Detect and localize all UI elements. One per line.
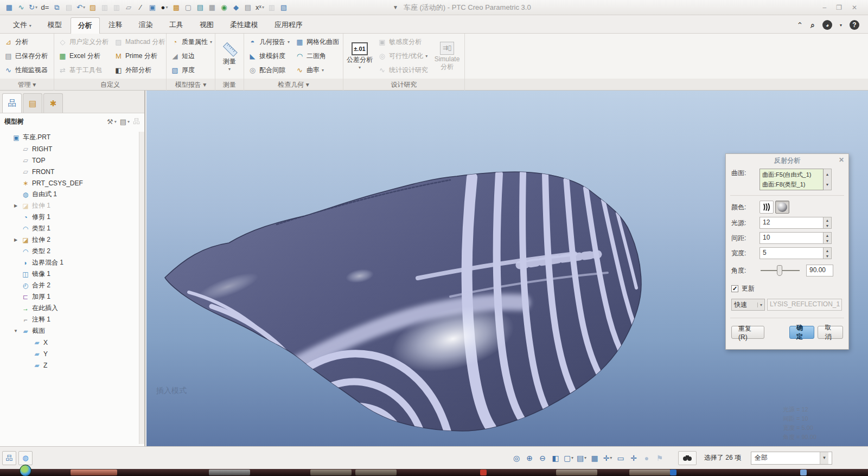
tolerance-analysis-button[interactable]: ±.01 公差分析 ▾ xyxy=(344,35,375,78)
tree-show-icon[interactable]: 品 xyxy=(133,117,140,126)
axis-icon[interactable]: ∕▾ xyxy=(135,2,146,14)
tree-item[interactable]: ◠ 类型 1 xyxy=(0,223,139,234)
tree-item[interactable]: ◔ 修剪 1 xyxy=(0,211,139,223)
datum-display-icon[interactable]: ✛▾ xyxy=(602,452,614,465)
search-icon[interactable]: ⌕ xyxy=(810,21,815,30)
cancel-button[interactable]: 取消 xyxy=(818,326,843,339)
tab-analysis[interactable]: 分析 xyxy=(71,17,100,34)
shade-sphere-icon[interactable]: ●▾ xyxy=(159,2,170,14)
sketch-icon[interactable]: ▤▾ xyxy=(195,2,206,14)
tree-item[interactable]: ▰ Y xyxy=(0,348,139,359)
tree-item[interactable]: ∗ PRT_CSYS_DEF xyxy=(0,177,139,189)
measure-button[interactable]: 测量▾ xyxy=(216,35,242,78)
tree-item[interactable]: ▣ 车座.PRT xyxy=(0,132,139,143)
windows-taskbar[interactable] xyxy=(0,469,868,476)
group-label-model-report[interactable]: 模型报告 ▾ xyxy=(167,79,215,91)
taskbar-app[interactable] xyxy=(310,469,352,475)
zoom-in-icon[interactable]: ⊕▾ xyxy=(524,452,535,465)
undo-icon[interactable]: ↶▾ xyxy=(75,2,86,14)
windows-start-orb[interactable] xyxy=(20,465,31,476)
sphere-icon[interactable]: ◉▾ xyxy=(219,2,229,14)
tree-scrollbar[interactable] xyxy=(139,132,144,444)
tree-item[interactable]: ◫ 镜像 1 xyxy=(0,268,139,280)
folder-browser-tab[interactable]: ▤ xyxy=(23,93,42,113)
taskbar-app[interactable] xyxy=(629,469,671,475)
table-icon[interactable]: ▦▾ xyxy=(207,2,218,14)
tree-item[interactable]: ▰ X xyxy=(0,337,139,348)
taskbar-app[interactable] xyxy=(355,469,397,475)
tab-flexible-modeling[interactable]: 柔性建模 xyxy=(222,17,266,33)
tab-render[interactable]: 渲染 xyxy=(131,17,161,33)
tab-view[interactable]: 视图 xyxy=(192,17,221,33)
plane-icon[interactable]: ▱▾ xyxy=(123,2,134,14)
close-button[interactable]: ✕ xyxy=(852,4,857,11)
save-icon[interactable]: ▥▾ xyxy=(99,2,110,14)
parameters-icon[interactable]: xˣ▾ xyxy=(254,2,265,14)
dialog-close-icon[interactable]: ✕ xyxy=(839,156,844,164)
tree-item[interactable]: ▼ ▰ 截面 xyxy=(0,325,139,337)
taskbar-app[interactable] xyxy=(209,469,250,475)
minimize-button[interactable]: – xyxy=(822,4,826,11)
ok-button[interactable]: 确定 xyxy=(789,326,815,339)
light-input[interactable]: 12 xyxy=(760,217,824,229)
tree-item[interactable]: ▱ RIGHT xyxy=(0,143,139,155)
new-sheet-icon[interactable]: ▢▾ xyxy=(183,2,194,14)
surface-list[interactable]: 曲面:F5(自由式_1) 曲面:F8(类型_1) xyxy=(760,169,824,190)
save-disabled-icon[interactable]: ▥▾ xyxy=(266,2,277,14)
tree-item[interactable]: ◍ 自由式 1 xyxy=(0,189,139,200)
spline-select-icon[interactable]: ∿▾ xyxy=(16,2,27,14)
analysis-name-input[interactable]: LYSIS_REFLECTION_1 xyxy=(767,299,842,311)
group-label-inspect-geometry[interactable]: 检查几何 ▾ xyxy=(244,79,343,91)
quick-combo[interactable]: 快速▾ xyxy=(731,299,765,311)
selection-filter-combo[interactable]: 全部▼ xyxy=(751,452,832,465)
tree-item[interactable]: ▱ FRONT xyxy=(0,166,139,177)
help-icon[interactable]: ? xyxy=(850,20,859,30)
tree-settings-icon[interactable]: ▤▾ xyxy=(120,118,130,126)
tree-item[interactable]: ▶ ◪ 拉伸 2 xyxy=(0,234,139,246)
tab-tools[interactable]: 工具 xyxy=(162,17,191,33)
tree-item[interactable]: ◴ 合并 2 xyxy=(0,280,139,291)
spin-center-icon[interactable]: ✛▾ xyxy=(628,452,640,465)
regenerate-icon[interactable]: ↻▾ xyxy=(28,2,39,14)
taskbar-tray-icon[interactable] xyxy=(670,469,676,475)
window-pulldown-icon[interactable]: ▼ xyxy=(393,4,398,10)
refit-icon[interactable]: ◎▾ xyxy=(510,452,522,465)
save-as-icon[interactable]: ▥▾ xyxy=(111,2,122,14)
csys-icon[interactable]: ▣▾ xyxy=(147,2,158,14)
light-spinner[interactable]: ▲▼ xyxy=(824,217,832,229)
tree-item[interactable]: ▰ Z xyxy=(0,359,139,371)
sphere-mode-button[interactable] xyxy=(775,201,789,214)
tree-item[interactable]: ◗ 边界混合 1 xyxy=(0,257,139,268)
learning-icon[interactable]: ◕ xyxy=(822,20,832,30)
taskbar-app[interactable] xyxy=(71,469,117,475)
angle-slider[interactable] xyxy=(761,270,800,271)
flag-icon[interactable]: ⚑▾ xyxy=(654,452,666,465)
dialog-title[interactable]: 反射分析 ✕ xyxy=(726,154,848,167)
tree-item[interactable]: ▱ TOP xyxy=(0,155,139,166)
repaint-icon[interactable]: ◧▾ xyxy=(550,452,561,465)
restore-button[interactable]: ❐ xyxy=(836,4,842,11)
taskbar-tray-icon[interactable] xyxy=(480,469,487,475)
spacing-spinner[interactable]: ▲▼ xyxy=(824,232,832,244)
spacing-input[interactable]: 10 xyxy=(760,232,824,244)
update-checkbox[interactable]: ✓ xyxy=(731,285,738,292)
tree-item[interactable]: ⌐ 注释 1 xyxy=(0,314,139,325)
tree-item[interactable]: ◠ 类型 2 xyxy=(0,246,139,257)
list-icon[interactable]: ▤▾ xyxy=(242,2,253,14)
status-dot-icon[interactable]: ●▾ xyxy=(641,452,653,465)
angle-slider-thumb[interactable] xyxy=(777,265,782,276)
tree-tools-icon[interactable]: ⚒▾ xyxy=(107,118,117,126)
browser-button[interactable]: ◍ xyxy=(18,451,33,465)
surface-list-scroll[interactable]: ▲▼ xyxy=(824,169,832,190)
tab-applications[interactable]: 应用程序 xyxy=(267,17,310,33)
annotation-display-icon[interactable]: ▭▾ xyxy=(615,452,627,465)
display-style-icon[interactable]: ▢▾ xyxy=(563,452,575,465)
search-binoculars-button[interactable] xyxy=(678,451,697,465)
model-tree-tab[interactable]: 品 xyxy=(2,93,22,113)
learning-dropdown-icon[interactable]: ▾ xyxy=(840,23,842,28)
saved-orientations-icon[interactable]: ▤▾ xyxy=(576,452,588,465)
measure-chart-icon[interactable]: ▧▾ xyxy=(278,2,289,14)
width-spinner[interactable]: ▲▼ xyxy=(824,247,832,259)
taskbar-tray-icon[interactable] xyxy=(800,469,807,475)
prism-view-icon[interactable]: ◆▾ xyxy=(231,2,241,14)
